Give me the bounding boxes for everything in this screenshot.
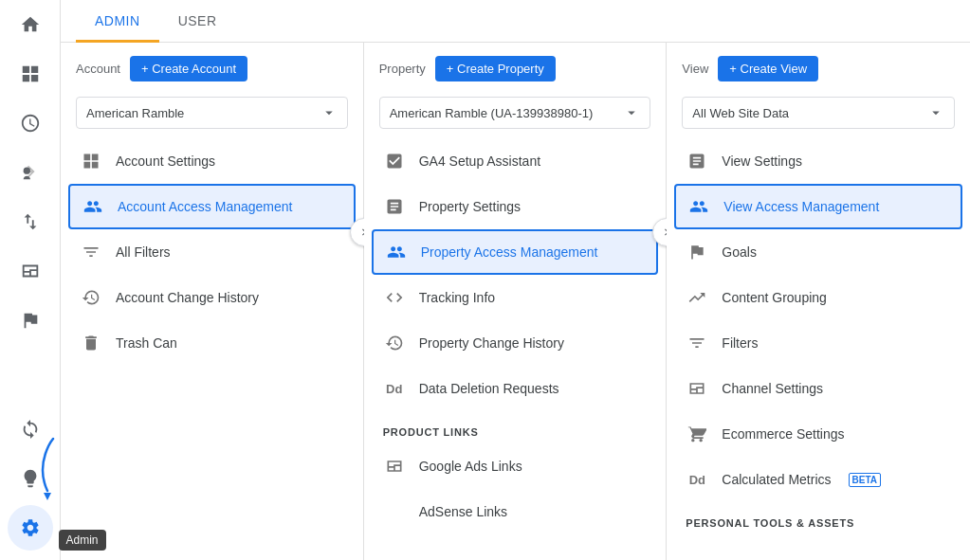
account-dropdown-row: American Ramble (61, 91, 363, 138)
all-filters-label: All Filters (116, 244, 171, 261)
svg-marker-0 (44, 493, 51, 500)
property-dropdown-row: American Ramble (UA-139938980-1) (364, 91, 667, 138)
history-icon-property (383, 332, 406, 354)
tracking-info-label: Tracking Info (419, 289, 495, 306)
goals-item[interactable]: Goals (667, 229, 970, 275)
account-change-history-label: Account Change History (116, 289, 259, 306)
property-change-history-item[interactable]: Property Change History (364, 320, 667, 366)
create-account-button[interactable]: + Create Account (130, 56, 247, 81)
google-ads-links-label: Google Ads Links (419, 458, 522, 475)
flag-sidebar-icon[interactable] (8, 298, 53, 343)
beta-badge: BETA (849, 473, 881, 487)
account-access-management-label: Account Access Management (118, 198, 292, 215)
tracking-info-item[interactable]: Tracking Info (364, 275, 667, 320)
account-dropdown-value: American Ramble (86, 106, 184, 120)
view-access-management-item[interactable]: View Access Management (674, 184, 962, 229)
ga4-setup-item[interactable]: GA4 Setup Assistant (364, 138, 667, 184)
content-grouping-label: Content Grouping (722, 289, 827, 306)
people-icon-property (385, 241, 408, 263)
view-label: View (682, 62, 708, 76)
content-icon (686, 286, 708, 309)
view-access-management-label: View Access Management (723, 198, 879, 215)
tab-user[interactable]: USER (159, 0, 236, 43)
dd-icon-view: Dd (686, 468, 708, 491)
ecommerce-settings-label: Ecommerce Settings (722, 425, 844, 443)
people-icon-view (687, 195, 710, 218)
table-icon[interactable] (8, 248, 53, 294)
all-filters-item[interactable]: All Filters (61, 229, 363, 275)
grid-icon (80, 150, 102, 172)
account-label: Account (76, 62, 120, 76)
cart-icon (686, 423, 708, 445)
columns-area: Account + Create Account American Ramble… (61, 43, 970, 560)
person-expand-icon[interactable] (8, 150, 53, 195)
calculated-metrics-item[interactable]: Dd Calculated Metrics BETA (667, 457, 970, 502)
property-column-inner: Property + Create Property American Ramb… (364, 43, 668, 560)
code-icon (383, 286, 406, 309)
view-column-inner: View + Create View All Web Site Data Vie… (667, 43, 970, 560)
sidebar: Admin (0, 0, 61, 560)
ecommerce-settings-item[interactable]: Ecommerce Settings (667, 411, 970, 457)
people-icon-account (82, 195, 104, 218)
account-column-header: Account + Create Account (61, 43, 363, 91)
dd-icon-property: Dd (383, 377, 406, 400)
tabs-bar: ADMIN USER (61, 0, 970, 43)
account-change-history-item[interactable]: Account Change History (61, 275, 363, 320)
adsense-links-item[interactable]: AdSense Links (364, 489, 667, 534)
main-content: ADMIN USER Account + Create Account Amer… (61, 0, 970, 560)
home-icon[interactable] (8, 2, 53, 47)
property-access-management-label: Property Access Management (421, 244, 598, 261)
property-label: Property (379, 62, 426, 76)
property-settings-item[interactable]: Property Settings (364, 184, 667, 229)
trash-can-label: Trash Can (116, 334, 177, 352)
ga4-setup-label: GA4 Setup Assistant (419, 153, 540, 170)
filter-icon-view (686, 332, 708, 354)
data-deletion-item[interactable]: Dd Data Deletion Requests (364, 366, 667, 411)
content-grouping-item[interactable]: Content Grouping (667, 275, 970, 320)
view-settings-label: View Settings (722, 153, 802, 170)
account-column-inner: Account + Create Account American Ramble… (61, 43, 364, 560)
property-column: Property + Create Property American Ramb… (364, 43, 668, 560)
trash-icon (80, 332, 102, 354)
account-settings-item[interactable]: Account Settings (61, 138, 363, 184)
flag-icon-view (686, 241, 708, 263)
account-access-management-item[interactable]: Account Access Management (68, 184, 356, 229)
filters-view-item[interactable]: Filters (667, 320, 970, 366)
trash-can-item[interactable]: Trash Can (61, 320, 363, 366)
create-property-button[interactable]: + Create Property (435, 56, 556, 81)
channel-settings-label: Channel Settings (722, 380, 823, 397)
doc-icon-property (383, 195, 406, 218)
spark-icon[interactable] (8, 199, 53, 244)
sidebar-bottom: Admin (8, 405, 53, 560)
property-change-history-label: Property Change History (419, 334, 564, 352)
view-settings-item[interactable]: View Settings (667, 138, 970, 184)
arrow-indicator (27, 434, 61, 503)
google-ads-links-item[interactable]: Google Ads Links (364, 443, 667, 489)
property-dropdown[interactable]: American Ramble (UA-139938980-1) (379, 97, 651, 129)
goals-label: Goals (722, 244, 757, 261)
filters-view-label: Filters (722, 334, 758, 352)
view-column-header: View + Create View (667, 43, 970, 91)
adsense-links-label: AdSense Links (419, 503, 507, 520)
property-settings-label: Property Settings (419, 198, 521, 215)
property-menu-list: GA4 Setup Assistant Property Settings Pr… (364, 138, 667, 560)
property-dropdown-value: American Ramble (UA-139938980-1) (390, 106, 594, 120)
doc-icon-view (686, 150, 708, 172)
account-column: Account + Create Account American Ramble… (61, 43, 364, 560)
gear-icon[interactable] (8, 505, 53, 551)
property-column-header: Property + Create Property (364, 43, 667, 91)
check-icon (383, 150, 406, 172)
dashboard-icon[interactable] (8, 51, 53, 97)
product-links-header: PRODUCT LINKS (364, 411, 667, 443)
table-icon-property (383, 455, 406, 478)
account-menu-list: Account Settings Account Access Manageme… (61, 138, 363, 560)
clock-icon[interactable] (8, 100, 53, 146)
property-access-management-item[interactable]: Property Access Management (372, 229, 659, 275)
channel-settings-item[interactable]: Channel Settings (667, 366, 970, 411)
tab-admin[interactable]: ADMIN (76, 0, 159, 43)
create-view-button[interactable]: + Create View (718, 56, 818, 81)
view-dropdown[interactable]: All Web Site Data (682, 97, 955, 129)
admin-tooltip: Admin (59, 530, 106, 551)
account-dropdown[interactable]: American Ramble (76, 97, 348, 129)
data-deletion-label: Data Deletion Requests (419, 380, 559, 397)
